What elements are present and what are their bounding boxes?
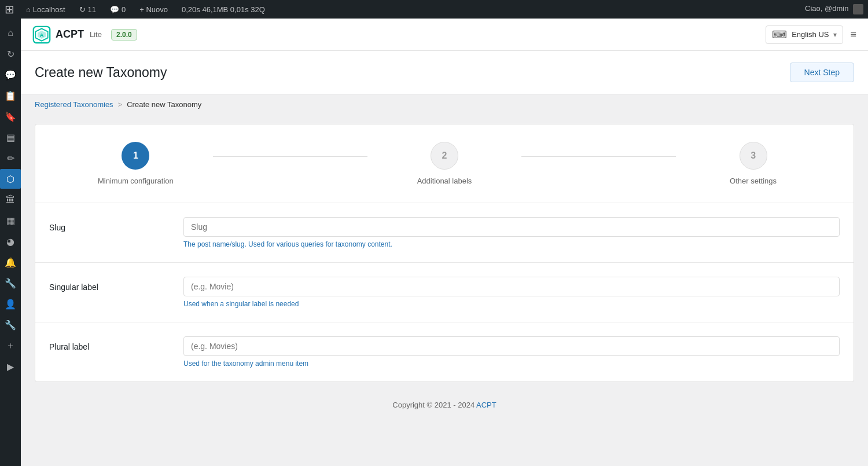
language-selector[interactable]: ⌨ English US ▾	[766, 25, 843, 44]
page-title: Create new Taxonomy	[35, 65, 167, 80]
acpt-lite-label: Lite	[90, 30, 102, 39]
step-3-circle: 3	[740, 142, 767, 170]
plural-label-hint: Used for the taxonomy admin menu item	[183, 359, 840, 368]
breadcrumb-parent-link[interactable]: Registered Taxonomies	[35, 100, 113, 109]
plural-label-label: Plural label	[49, 336, 165, 351]
svg-text:A: A	[39, 32, 43, 38]
slug-input[interactable]	[183, 217, 840, 237]
acpt-header: A ACPT Lite 2.0.0 ⌨ English US ▾ ≡	[21, 19, 868, 51]
breadcrumb-current: Create new Taxonomy	[127, 100, 201, 109]
perf-info: 0,20s 46,1MB 0,01s 32Q	[179, 5, 267, 14]
slug-hint: The post name/slug. Used for various que…	[183, 240, 840, 248]
page-header: Create new Taxonomy Next Step	[21, 51, 868, 94]
sidebar-icon-tools[interactable]: 🔧	[0, 273, 21, 293]
sidebar-icon-users[interactable]: 👤	[0, 294, 21, 314]
user-greeting[interactable]: Ciao, @dmin	[805, 4, 863, 14]
steps-section: 1 Minimum configuration 2 Additional lab…	[35, 124, 854, 203]
new-content-link[interactable]: + Nuovo	[137, 5, 170, 14]
wp-logo-icon[interactable]: ⊞	[5, 2, 14, 16]
translate-icon: ⌨	[772, 28, 787, 41]
slug-content: The post name/slug. Used for various que…	[183, 217, 840, 248]
singular-label-input[interactable]	[183, 277, 840, 296]
admin-bar: ⊞ ⌂ Localhost ↻ 11 💬 0 + Nuovo 0,20s 46,…	[0, 0, 868, 19]
sidebar-icon-comments[interactable]: 💬	[0, 65, 21, 85]
acpt-logo-icon: A	[32, 25, 51, 44]
singular-label-field-section: Singular label Used when a singular labe…	[35, 263, 854, 322]
step-connector-1	[213, 156, 367, 157]
sidebar-icon-updates[interactable]: ↻	[0, 44, 21, 64]
main-wrapper: A ACPT Lite 2.0.0 ⌨ English US ▾ ≡ Creat…	[21, 19, 868, 466]
step-1: 1 Minimum configuration	[58, 142, 213, 185]
acpt-version-badge: 2.0.0	[111, 29, 137, 41]
step-3-label: Other settings	[730, 177, 777, 185]
sidebar-icon-appearance[interactable]: ▦	[0, 211, 21, 230]
singular-label-content: Used when a singular label is needed	[183, 277, 840, 308]
step-2-circle: 2	[431, 142, 458, 170]
plural-label-input[interactable]	[183, 336, 840, 356]
sidebar-icon-dashboard[interactable]: ⌂	[0, 23, 21, 43]
wp-sidebar: ⌂ ↻ 💬 📋 🔖 ▤ ✏ ⬡ 🏛 ▦ ◕ 🔔 🔧 👤 🔧 ＋ ▶	[0, 19, 21, 466]
page-footer: Copyright © 2021 - 2024 ACPT	[21, 391, 868, 419]
next-step-button[interactable]: Next Step	[790, 63, 854, 82]
home-icon: ⌂	[26, 5, 31, 14]
acpt-logo: A ACPT Lite 2.0.0	[32, 25, 137, 44]
sidebar-icon-media[interactable]: ▤	[0, 127, 21, 147]
site-link[interactable]: ⌂ Localhost	[24, 5, 68, 14]
chevron-down-icon: ▾	[833, 31, 837, 39]
hamburger-menu-icon[interactable]: ≡	[850, 28, 856, 41]
sidebar-icon-notifications[interactable]: 🔔	[0, 252, 21, 272]
language-text: English US	[792, 30, 829, 39]
sidebar-icon-bookmarks[interactable]: 🔖	[0, 107, 21, 126]
step-3: 3 Other settings	[676, 142, 830, 185]
plural-label-content: Used for the taxonomy admin menu item	[183, 336, 840, 368]
step-2-label: Additional labels	[417, 177, 472, 185]
sidebar-icon-edit[interactable]: ✏	[0, 148, 21, 168]
page-content: Create new Taxonomy Next Step Registered…	[21, 51, 868, 466]
slug-field-section: Slug The post name/slug. Used for variou…	[35, 203, 854, 263]
sidebar-icon-pages[interactable]: 📋	[0, 86, 21, 105]
sidebar-icon-play[interactable]: ▶	[0, 357, 21, 376]
breadcrumb: Registered Taxonomies > Create new Taxon…	[21, 94, 868, 115]
plural-label-field-section: Plural label Used for the taxonomy admin…	[35, 322, 854, 381]
updates-link[interactable]: ↻ 11	[77, 5, 98, 14]
step-2: 2 Additional labels	[367, 142, 522, 185]
form-container: 1 Minimum configuration 2 Additional lab…	[35, 124, 854, 382]
step-1-circle: 1	[122, 142, 149, 170]
step-1-label: Minimum configuration	[98, 177, 174, 185]
singular-label-hint: Used when a singular label is needed	[183, 300, 840, 308]
comments-icon: 💬	[110, 5, 119, 14]
header-right: ⌨ English US ▾ ≡	[766, 25, 856, 44]
slug-label: Slug	[49, 217, 165, 232]
updates-icon: ↻	[79, 5, 86, 14]
sidebar-icon-add[interactable]: ＋	[0, 336, 21, 355]
sidebar-icon-settings[interactable]: 🔧	[0, 315, 21, 335]
footer-brand-link[interactable]: ACPT	[476, 401, 496, 409]
sidebar-icon-plugins[interactable]: 🏛	[0, 190, 21, 210]
sidebar-icon-acpt[interactable]: ⬡	[0, 169, 21, 189]
singular-label-label: Singular label	[49, 277, 165, 292]
breadcrumb-separator: >	[118, 100, 123, 109]
comments-link[interactable]: 💬 0	[108, 5, 128, 14]
user-avatar	[853, 4, 863, 14]
sidebar-icon-analytics[interactable]: ◕	[0, 232, 21, 251]
step-connector-2	[521, 156, 676, 157]
